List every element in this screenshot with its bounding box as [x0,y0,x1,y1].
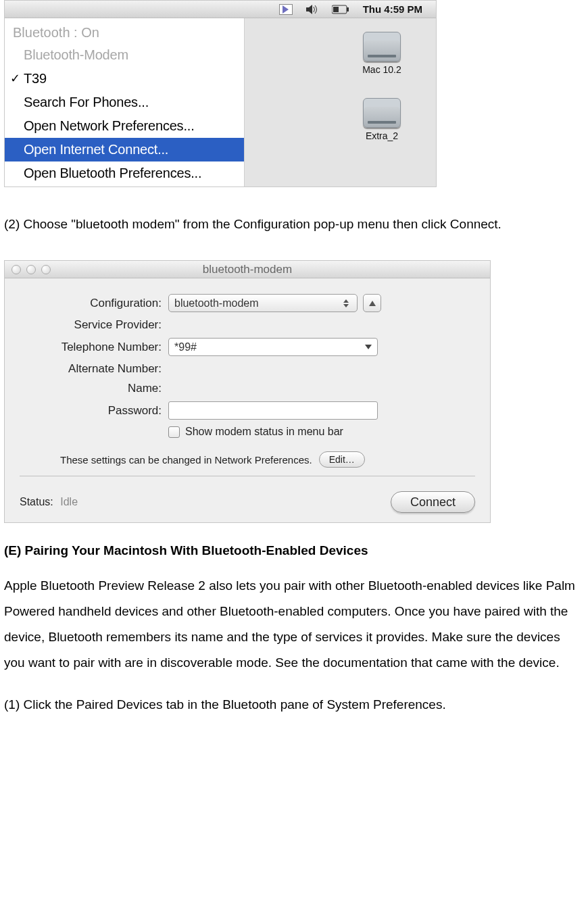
telephone-value: *99# [174,341,197,353]
window-title: bluetooth-modem [5,263,490,276]
harddrive-icon [363,98,401,128]
password-field[interactable] [168,401,378,420]
bluetooth-status-header: Bluetooth : On [5,21,244,43]
menu-search-phones[interactable]: Search For Phones... [5,91,244,114]
step-2-text: (2) Choose "bluetooth modem" from the Co… [4,211,584,237]
step-1-text: (1) Click the Paired Devices tab in the … [4,692,584,718]
section-e-heading: (E) Pairing Your Macintosh With Bluetoot… [4,543,584,558]
paired-device-t39[interactable]: T39 [5,67,244,91]
checkbox-label: Show modem status in menu bar [185,426,343,438]
telephone-label: Telephone Number: [20,341,162,354]
screenshot-bluetooth-menu: Thu 4:59 PM Bluetooth : On Bluetooth-Mod… [4,0,437,187]
step-1-body: Click the Paired Devices tab in the Blue… [24,697,446,712]
menu-open-internet-connect[interactable]: Open Internet Connect... [5,138,244,161]
divider [20,476,475,476]
chevron-down-icon [365,345,372,349]
bluetooth-dropdown-menu: Bluetooth : On Bluetooth-Modem T39 Searc… [5,18,245,186]
sound-icon[interactable] [306,5,318,14]
menu-open-network-preferences[interactable]: Open Network Preferences... [5,114,244,138]
menubar-clock[interactable]: Thu 4:59 PM [363,3,422,15]
window-titlebar: bluetooth-modem [5,261,490,278]
connect-button[interactable]: Connect [391,491,475,513]
configuration-label: Configuration: [20,297,162,310]
telephone-combo[interactable]: *99# [168,338,378,356]
alternate-label: Alternate Number: [20,362,162,376]
checkbox-show-modem-status[interactable] [168,426,180,438]
status-value: Idle [60,496,78,507]
mac-menubar: Thu 4:59 PM [5,1,436,18]
note-text: These settings can be changed in Network… [60,454,312,466]
updown-arrows-icon [341,297,351,309]
edit-button[interactable]: Edit… [319,451,365,468]
configuration-select[interactable]: bluetooth-modem [168,294,358,312]
collapse-toggle-button[interactable] [363,294,381,312]
bluetooth-modem-section: Bluetooth-Modem [5,43,244,67]
drive-mac102[interactable]: Mac 10.2 [355,32,409,75]
menu-open-bluetooth-preferences[interactable]: Open Bluetooth Preferences... [5,161,244,185]
password-label: Password: [20,404,162,418]
drive-extra2[interactable]: Extra_2 [355,98,409,141]
desktop-area: Mac 10.2 Extra_2 [245,18,436,186]
triangle-up-icon [369,301,376,306]
drive-label: Extra_2 [355,130,409,141]
service-provider-label: Service Provider: [20,318,162,332]
step-2-body: Choose "bluetooth modem" from the Config… [24,217,501,231]
battery-icon[interactable] [332,5,349,14]
drive-label: Mac 10.2 [355,64,409,75]
harddrive-icon [363,32,401,61]
status-label: Status: [20,496,53,507]
svg-rect-3 [333,7,339,12]
internet-connect-window: bluetooth-modem Configuration: bluetooth… [4,260,491,523]
name-label: Name: [20,382,162,395]
configuration-value: bluetooth-modem [174,297,259,309]
svg-marker-0 [306,5,312,14]
svg-rect-2 [347,7,349,11]
menubar-bluetooth-icon[interactable] [279,4,293,15]
section-e-paragraph: Apple Bluetooth Preview Release 2 also l… [4,573,584,676]
